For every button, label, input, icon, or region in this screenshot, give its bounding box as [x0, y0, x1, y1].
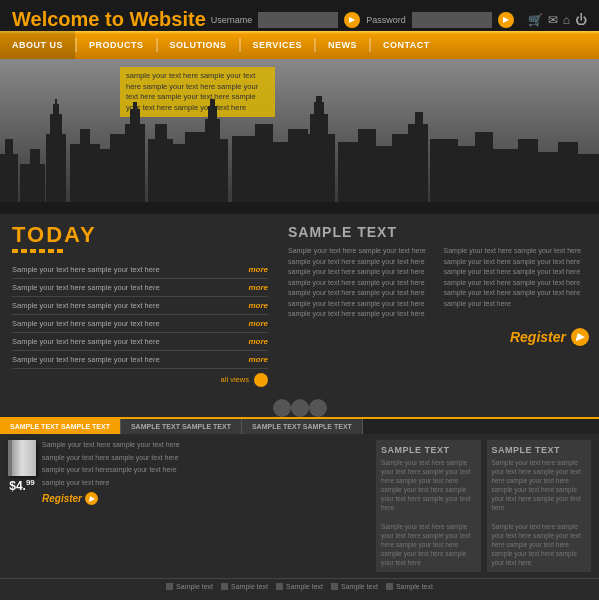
header-right: Username ▶ Password ▶ 🛒 ✉ ⌂ ⏻	[211, 12, 587, 28]
register-small-button[interactable]: Register ▶	[42, 492, 368, 505]
register-row: Register ▶	[288, 328, 589, 346]
register-button[interactable]: Register ▶	[510, 328, 589, 346]
logo: Welcome to Website	[12, 8, 206, 31]
price-small: $4.99	[9, 478, 35, 493]
list-item-more-5[interactable]: more	[248, 337, 268, 346]
header-icons: 🛒 ✉ ⌂ ⏻	[528, 13, 587, 27]
bottom-card-1: SAMPLE TEXT Sample your text here sample…	[376, 440, 481, 572]
svg-rect-12	[125, 124, 145, 214]
footer-dot-1: Sample text	[166, 583, 213, 590]
power-icon[interactable]: ⏻	[575, 13, 587, 27]
card-text-2: Sample your text here sample your text h…	[492, 458, 587, 567]
list-item: Sample your text here sample your text h…	[12, 261, 268, 279]
sample-col-2: Sample your text here sample your text h…	[444, 246, 590, 320]
bottom-text-line-4: sample your text here	[42, 478, 368, 489]
dot-4	[39, 249, 45, 253]
svg-rect-6	[55, 99, 57, 107]
list-item-text-6: Sample your text here sample your text h…	[12, 355, 244, 364]
today-dots	[12, 249, 268, 253]
card-title-1: SAMPLE TEXT	[381, 445, 476, 455]
all-views-row: all views ▶	[12, 373, 268, 387]
register-arrow-icon: ▶	[571, 328, 589, 346]
list-item-text-1: Sample your text here sample your text h…	[12, 265, 244, 274]
dot-6	[57, 249, 63, 253]
cart-icon[interactable]: 🛒	[528, 13, 543, 27]
username-input[interactable]	[258, 12, 338, 28]
all-views-arrow-button[interactable]: ▶	[254, 373, 268, 387]
nav-item-about[interactable]: ABOUT US	[0, 31, 75, 59]
divider-circle-2	[291, 399, 309, 417]
dot-label-4: Sample text	[341, 583, 378, 590]
list-item-text-5: Sample your text here sample your text h…	[12, 337, 244, 346]
list-item-more-6[interactable]: more	[248, 355, 268, 364]
dot-label-1: Sample text	[176, 583, 213, 590]
card-title-2: SAMPLE TEXT	[492, 445, 587, 455]
today-title: TODAY	[12, 224, 268, 246]
username-submit-button[interactable]: ▶	[344, 12, 360, 28]
bottom-text-line-3: sample your text heresample your text he…	[42, 465, 368, 476]
dot-3	[30, 249, 36, 253]
sample-two-col: Sample your text here sample your text h…	[288, 246, 589, 320]
list-item-text-4: Sample your text here sample your text h…	[12, 319, 244, 328]
tab-item-1[interactable]: SAMPLE TEXT SAMPLE TEXT	[0, 419, 121, 434]
list-item-more-2[interactable]: more	[248, 283, 268, 292]
dot-sq-5	[386, 583, 393, 590]
right-panel: SAMPLE TEXT Sample your text here sample…	[280, 214, 599, 397]
book-widget-small: $4.99	[8, 440, 36, 572]
svg-rect-45	[0, 202, 599, 214]
footer-dots: Sample text Sample text Sample text Samp…	[0, 578, 599, 594]
nav-item-products[interactable]: PRODUCTS	[77, 31, 156, 59]
dot-sq-3	[276, 583, 283, 590]
password-submit-button[interactable]: ▶	[498, 12, 514, 28]
card-text-1: Sample your text here sample your text h…	[381, 458, 476, 567]
nav-item-contact[interactable]: CONTACT	[371, 31, 442, 59]
tab-item-2[interactable]: SAMPLE TEXT SAMPLE TEXT	[121, 419, 242, 434]
list-item-more-4[interactable]: more	[248, 319, 268, 328]
book-icon-small	[8, 440, 36, 476]
nav-item-services[interactable]: SERVICES	[241, 31, 314, 59]
svg-rect-36	[415, 112, 423, 127]
home-icon[interactable]: ⌂	[563, 13, 570, 27]
list-item: Sample your text here sample your text h…	[12, 279, 268, 297]
email-icon[interactable]: ✉	[548, 13, 558, 27]
bottom-left: $4.99 Sample your text here sample your …	[8, 440, 368, 572]
list-item: Sample your text here sample your text h…	[12, 351, 268, 369]
register-sm-arrow-icon: ▶	[85, 492, 98, 505]
footer-dot-3: Sample text	[276, 583, 323, 590]
login-group: Username ▶ Password ▶	[211, 12, 514, 28]
username-label: Username	[211, 15, 253, 25]
header: Welcome to Website Username ▶ Password ▶…	[0, 0, 599, 31]
footer-dot-2: Sample text	[221, 583, 268, 590]
password-input[interactable]	[412, 12, 492, 28]
all-views-text: all views	[221, 375, 249, 384]
svg-rect-9	[80, 129, 90, 214]
nav-item-solutions[interactable]: SOLUTIONS	[158, 31, 239, 59]
svg-rect-35	[408, 124, 428, 214]
nav-item-news[interactable]: NEWS	[316, 31, 369, 59]
register-sm-label: Register	[42, 493, 82, 504]
register-label: Register	[510, 329, 566, 345]
list-item-text-3: Sample your text here sample your text h…	[12, 301, 244, 310]
bottom-cards: SAMPLE TEXT Sample your text here sample…	[376, 440, 591, 572]
dot-sq-4	[331, 583, 338, 590]
city-silhouette	[0, 94, 599, 214]
main-content: TODAY Sample your text here sample your …	[0, 214, 599, 397]
bottom-card-2: SAMPLE TEXT Sample your text here sample…	[487, 440, 592, 572]
dot-label-5: Sample text	[396, 583, 433, 590]
dot-sq-1	[166, 583, 173, 590]
list-item-more-1[interactable]: more	[248, 265, 268, 274]
svg-rect-16	[155, 124, 167, 214]
bottom-text-area: Sample your text here sample your text h…	[42, 440, 368, 572]
dot-label-3: Sample text	[286, 583, 323, 590]
divider-shapes	[0, 397, 599, 417]
sample-text-title: SAMPLE TEXT	[288, 224, 589, 240]
hero-section: sample your text here sample your text h…	[0, 59, 599, 214]
sample-col-1: Sample your text here sample your text h…	[288, 246, 434, 320]
tab-item-3[interactable]: SAMPLE TEXT SAMPLE TEXT	[242, 419, 363, 434]
divider-circle-3	[309, 399, 327, 417]
list-item-more-3[interactable]: more	[248, 301, 268, 310]
footer-dot-4: Sample text	[331, 583, 378, 590]
dot-label-2: Sample text	[231, 583, 268, 590]
svg-rect-21	[210, 99, 215, 109]
bottom-text-line-1: Sample your text here sample your text h…	[42, 440, 368, 451]
